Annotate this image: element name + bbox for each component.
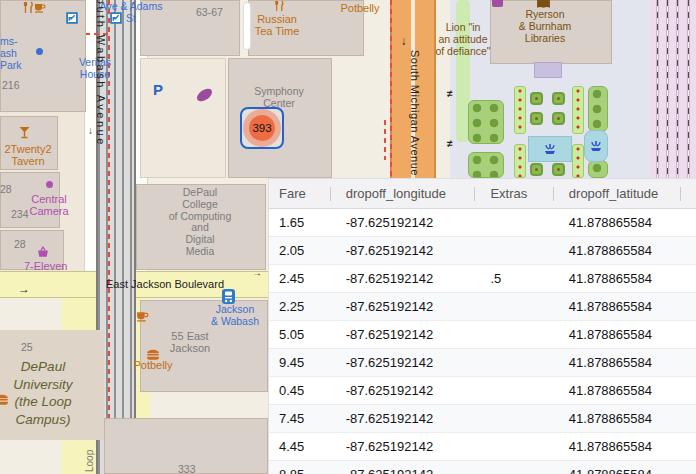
- flower-bed: [572, 144, 584, 178]
- tree-icon: [552, 163, 565, 176]
- central-camera-label: Central Camera: [26, 193, 72, 218]
- tree-icon: [530, 163, 543, 176]
- bar-cocktail-icon: [18, 126, 31, 139]
- cell-dropoff_latitude: 41.878865584: [553, 433, 680, 460]
- depaul-cdm-label: DePaul College of Computing and Digital …: [148, 187, 252, 258]
- table-row[interactable]: 2.45-87.625192142.541.878865584: [269, 265, 696, 293]
- table-row[interactable]: 4.45-87.62519214241.878865584: [269, 433, 696, 461]
- column-header-dropoff-longitude[interactable]: dropoff_longitude: [330, 179, 475, 208]
- gate-barrier-icon: ≠: [447, 88, 453, 99]
- housenumber-label: 28: [14, 239, 26, 251]
- cell-fare: 2.25: [269, 293, 330, 320]
- column-header-extras[interactable]: Extras: [474, 179, 552, 208]
- cell-extra: [680, 433, 696, 460]
- cell-fare: 2.05: [269, 237, 330, 264]
- cell-extras: [474, 461, 552, 474]
- cell-extra: [680, 321, 696, 348]
- route-line-red: [384, 120, 386, 160]
- table-row[interactable]: 2.25-87.62519214241.878865584: [269, 293, 696, 321]
- restaurant-icon: [22, 1, 34, 14]
- fountain-pool: [584, 130, 608, 162]
- cell-dropoff_longitude: -87.625192142: [330, 461, 475, 474]
- museum-icon: [492, 0, 503, 7]
- housenumber-label: 63-67: [196, 7, 223, 19]
- railway-track-icon: [687, 0, 690, 178]
- wabash-avenue-label: South Wabash Avenue: [95, 0, 107, 147]
- potbelly-label: Potbelly: [128, 359, 178, 371]
- cell-fare: 5.05: [269, 321, 330, 348]
- cell-dropoff_longitude: -87.625192142: [330, 349, 475, 376]
- table-body: 1.65-87.62519214241.8788655842.05-87.625…: [269, 209, 696, 474]
- table-row[interactable]: 8.85-87.62519214241.878865584: [269, 461, 696, 474]
- fountain-pool: [528, 136, 572, 162]
- russian-tea-time-label: Russian Tea Time: [240, 13, 314, 38]
- gate-barrier-icon: ≠: [447, 138, 453, 149]
- table-row[interactable]: 7.45-87.62519214241.878865584: [269, 405, 696, 433]
- tree-icon: [530, 112, 543, 125]
- oneway-arrow-icon: ↓: [88, 126, 93, 136]
- parking-lot: [140, 58, 226, 178]
- ryerson-libraries-label: Ryerson & Burnham Libraries: [505, 9, 585, 44]
- cluster-marker[interactable]: 393: [249, 115, 275, 141]
- lion-statue-label: Lion "in an attitude of defiance": [426, 22, 500, 57]
- cell-dropoff_latitude: 41.878865584: [553, 209, 680, 236]
- tavern-label: 2Twenty2 Tavern: [2, 143, 54, 168]
- railway-track-icon: [676, 0, 679, 178]
- cell-extra: [680, 349, 696, 376]
- cell-extras: [474, 433, 552, 460]
- map-view[interactable]: ≠ ≠ ms- ash Park Veritas House Ave & Ada…: [0, 0, 696, 474]
- tree-grove: [468, 100, 504, 144]
- table-row[interactable]: 0.45-87.62519214241.878865584: [269, 377, 696, 405]
- tree-icon: [530, 92, 543, 105]
- table-header: Fare dropoff_longitude Extras dropoff_la…: [269, 179, 696, 209]
- jackson-wabash-station-label: Jackson & Wabash: [206, 304, 264, 328]
- housenumber-label: 216: [2, 80, 20, 92]
- cell-dropoff_longitude: -87.625192142: [330, 237, 475, 264]
- cell-extras: [474, 349, 552, 376]
- cell-extras: [474, 237, 552, 264]
- cell-dropoff_latitude: 41.878865584: [553, 265, 680, 292]
- flower-bed: [572, 86, 584, 134]
- housenumber-label: 333: [178, 464, 196, 474]
- cell-extras: [474, 321, 552, 348]
- cell-dropoff_latitude: 41.878865584: [553, 349, 680, 376]
- table-row[interactable]: 1.65-87.62519214241.878865584: [269, 209, 696, 237]
- poi-dot-icon: [36, 48, 43, 55]
- cell-dropoff_longitude: -87.625192142: [330, 321, 475, 348]
- jackson-boulevard-label: East Jackson Boulevard: [106, 278, 224, 290]
- cell-extras: [474, 405, 552, 432]
- flower-bed: [514, 144, 526, 178]
- oneway-arrow-icon: →: [18, 283, 30, 295]
- building-annex: [534, 62, 562, 78]
- marker-selection-box[interactable]: 393: [240, 107, 284, 149]
- tree-grove: [588, 160, 608, 178]
- cell-dropoff_longitude: -87.625192142: [330, 209, 475, 236]
- cell-extra: [680, 209, 696, 236]
- cell-dropoff_latitude: 41.878865584: [553, 321, 680, 348]
- cell-extras: .5: [474, 265, 552, 292]
- cell-fare: 2.45: [269, 265, 330, 292]
- housenumber-label: 25: [21, 342, 33, 354]
- cell-dropoff_latitude: 41.878865584: [553, 405, 680, 432]
- table-row[interactable]: 9.45-87.62519214241.878865584: [269, 349, 696, 377]
- cell-extra: [680, 293, 696, 320]
- tree-icon: [552, 112, 565, 125]
- column-header-dropoff-latitude[interactable]: dropoff_latitude: [553, 179, 680, 208]
- housenumber-label: 28: [0, 184, 12, 196]
- flower-bed: [514, 86, 526, 134]
- column-header-fare[interactable]: Fare: [269, 179, 330, 208]
- cell-dropoff_longitude: -87.625192142: [330, 293, 475, 320]
- cell-extra: [680, 405, 696, 432]
- cell-fare: 8.85: [269, 461, 330, 474]
- potbelly-label: Potbelly: [332, 2, 388, 14]
- oneway-arrow-icon: →: [252, 268, 262, 278]
- station-ave-adams-label: Ave & Adams St: [98, 1, 164, 25]
- cell-dropoff_latitude: 41.878865584: [553, 237, 680, 264]
- cafe-icon: [136, 310, 149, 322]
- column-header-blank[interactable]: [680, 179, 696, 208]
- fifty-five-east-jackson-label: 55 East Jackson: [160, 330, 220, 355]
- table-row[interactable]: 5.05-87.62519214241.878865584: [269, 321, 696, 349]
- marker-count-label: 393: [252, 122, 271, 134]
- table-row[interactable]: 2.05-87.62519214241.878865584: [269, 237, 696, 265]
- tree-icon: [552, 92, 565, 105]
